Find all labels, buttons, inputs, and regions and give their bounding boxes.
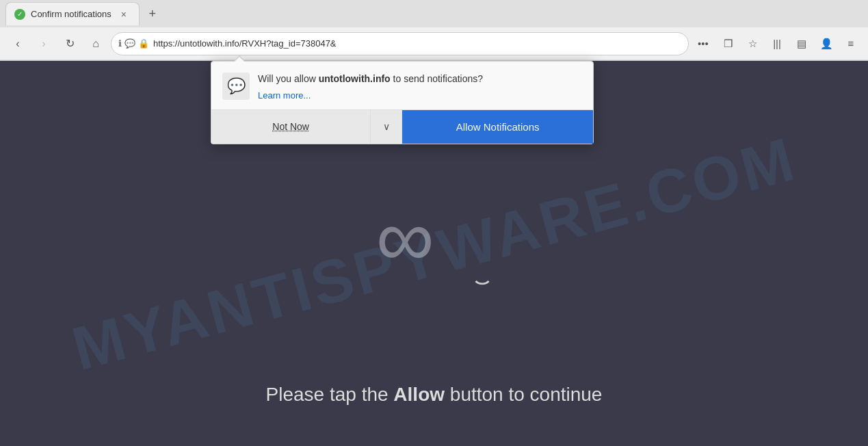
infinity-symbol: ∞ [376,196,492,278]
url-display: https://untotlowith.info/RVXH?tag_id=738… [153,38,337,49]
notifications-icon: 💬 [124,38,135,49]
popup-message-icon: 💬 [222,73,250,100]
lock-icon: 🔒 [138,38,149,49]
popup-question: Will you allow untotlowith.info to send … [258,73,582,86]
page-content: MYANTISPYWARE.COM ∞ Please tap the Allow… [0,61,868,446]
popup-actions: Not Now ∨ Allow Notifications [211,109,593,144]
profile-button[interactable]: 👤 [816,34,837,54]
popup-arrow [233,55,246,62]
popup-domain: untotlowith.info [319,73,391,84]
forward-button[interactable]: › [33,33,55,55]
menu-button[interactable]: ≡ [841,34,861,54]
address-bar[interactable]: ℹ 💬 🔒 https://untotlowith.info/RVXH?tag_… [111,32,689,55]
toolbar-icons: ••• ❒ ☆ ||| ▤ 👤 ≡ [693,34,861,54]
address-text: https://untotlowith.info/RVXH?tag_id=738… [153,38,681,49]
home-button[interactable]: ⌂ [85,33,107,55]
reload-button[interactable]: ↻ [59,33,81,55]
pocket-button[interactable]: ❒ [718,34,738,54]
notification-popup: 💬 Will you allow untotlowith.info to sen… [211,61,594,144]
new-tab-button[interactable]: + [142,3,163,24]
learn-more-link[interactable]: Learn more... [258,90,311,101]
allow-notifications-button[interactable]: Allow Notifications [402,110,593,144]
page-bottom-text: Please tap the Allow button to continue [266,384,603,406]
back-button[interactable]: ‹ [7,33,29,55]
tab-bar: ✓ Confirm notifications × + [0,0,868,27]
browser-chrome: ✓ Confirm notifications × + ‹ › ↻ ⌂ ℹ 💬 … [0,0,868,61]
nav-bar: ‹ › ↻ ⌂ ℹ 💬 🔒 https://untotlowith.info/R… [0,27,868,60]
active-tab[interactable]: ✓ Confirm notifications × [5,2,140,25]
reader-view-button[interactable]: ▤ [791,34,812,54]
tab-close-button[interactable]: × [117,8,131,21]
tab-title: Confirm notifications [31,9,111,19]
popup-body: 💬 Will you allow untotlowith.info to sen… [211,62,593,109]
loading-spinner [472,265,492,285]
bookmark-button[interactable]: ☆ [742,34,763,54]
address-bar-icons: ℹ 💬 🔒 [118,38,149,49]
more-options-button[interactable]: ••• [693,34,713,54]
library-button[interactable]: ||| [767,34,787,54]
tab-favicon: ✓ [14,9,25,20]
popup-text-area: Will you allow untotlowith.info to send … [258,73,582,101]
infinity-loader: ∞ [376,196,492,285]
info-icon: ℹ [118,38,122,49]
not-now-dropdown-button[interactable]: ∨ [371,110,402,144]
not-now-button[interactable]: Not Now [211,110,371,144]
